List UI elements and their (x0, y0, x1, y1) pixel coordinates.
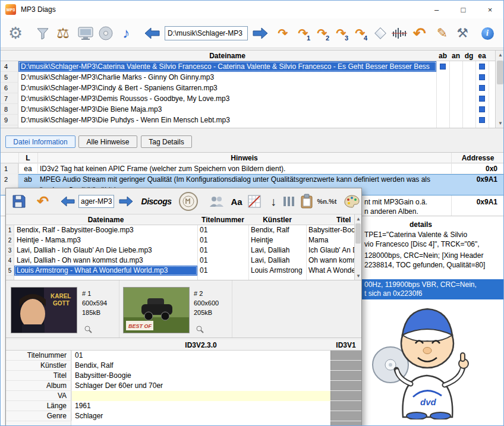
file-row-10[interactable]: 10 D:\musik\Schlager-MP3\Die Wombles - D… (1, 125, 495, 128)
tag-eraser-button[interactable] (370, 23, 390, 43)
scroll-down-icon[interactable]: ▼ (496, 119, 504, 128)
scroll-thumb[interactable] (355, 223, 361, 244)
column-header-titelnummer[interactable]: Titelnummer (197, 214, 248, 225)
scroll-thumb[interactable] (497, 61, 503, 84)
column-header-titel[interactable]: Titel (336, 214, 354, 225)
save-button[interactable] (10, 193, 29, 210)
editor-file-row-4[interactable]: 4 Lavi, Dalliah - Oh wann kommst du.mp3 … (6, 255, 354, 266)
minimize-button[interactable]: – (423, 1, 450, 18)
scroll-down-icon[interactable]: ▼ (355, 272, 361, 280)
tracklist-button[interactable] (279, 193, 298, 210)
tag-value-kuenstler[interactable]: Bendix, Ralf (71, 361, 330, 371)
editor-title[interactable]: What A Wonderful World (306, 266, 354, 276)
editor-file-name[interactable]: Louis Armstrong - What A Wonderful World… (14, 266, 197, 276)
sessions-button[interactable] (75, 23, 96, 43)
discogs-button[interactable]: Discogs (138, 193, 175, 210)
transform-list-4-button[interactable]: ↷4 (350, 23, 370, 43)
editor-file-row-3[interactable]: 3 Lavi, Dalliah - Ich Glaub' An Die Lieb… (6, 245, 354, 255)
editor-artist[interactable]: Bendix, Ralf (248, 225, 306, 235)
editor-file-name[interactable]: Lavi, Dalliah - Oh wann kommst du.mp3 (14, 255, 197, 266)
tag-value-laenge[interactable]: 1961 (71, 401, 330, 411)
file-path[interactable]: D:\musik\Schlager-MP3\Die Biene Maja.mp3 (18, 104, 436, 115)
file-row-4[interactable]: 4 D:\musik\Schlager-MP3\Caterina Valente… (1, 61, 495, 72)
tab-alle-hinweise[interactable]: Alle Hinweise (78, 135, 137, 148)
pattern-button[interactable]: %n.%t (314, 193, 340, 210)
previous-folder-button[interactable] (142, 23, 162, 43)
editor-artist[interactable]: Lavi, Dalliah (248, 255, 306, 266)
transform-list-2-button[interactable]: ↷2 (312, 23, 332, 43)
pattern-remove-button[interactable] (245, 193, 264, 210)
file-path[interactable]: D:\musik\Schlager-MP3\Die Puhdys - Wenn … (18, 115, 436, 125)
tag-editor-button[interactable]: ✎ (432, 23, 452, 43)
normalize-button[interactable] (389, 23, 410, 43)
scroll-up-icon[interactable]: ▲ (496, 51, 504, 59)
artists-button[interactable] (207, 193, 226, 210)
file-row-9[interactable]: 9 D:\musik\Schlager-MP3\Die Puhdys - Wen… (1, 115, 495, 125)
zoom-image-icon[interactable] (196, 326, 204, 334)
editor-title[interactable]: Babysitter-Boogie (306, 225, 354, 235)
tag-value-titelnummer[interactable]: 01 (71, 351, 330, 361)
editor-track[interactable]: 01 (197, 266, 248, 276)
editor-track[interactable]: 01 (197, 235, 248, 245)
selected-detail-row[interactable]: 00Hz, 119900bps VBR, CRC=Nein, t sich an… (360, 279, 504, 299)
file-path[interactable]: D:\musik\Schlager-MP3\Demis Roussos - Go… (18, 93, 436, 104)
file-path[interactable]: D:\musik\Schlager-MP3\Die Wombles - Die … (18, 125, 436, 128)
tag-value-genre[interactable]: Schlager (71, 411, 330, 421)
file-path[interactable]: D:\musik\Schlager-MP3\Charlie Marks - Gi… (18, 72, 436, 83)
tag-value-titel[interactable]: Babysitter-Boogie (71, 371, 330, 381)
file-table-scrollbar[interactable]: ▲ ▼ (495, 51, 504, 128)
column-header-addresse[interactable]: Addresse (451, 153, 504, 163)
file-path[interactable]: D:\musik\Schlager-MP3\Cindy & Bert - Spa… (18, 83, 436, 93)
column-header-dateiname[interactable]: Dateiname (14, 214, 197, 225)
column-header-kuenstler[interactable]: Künstler (248, 214, 306, 225)
tools-button[interactable]: ⚒ (452, 23, 472, 43)
quality-button[interactable]: ⚖ (53, 23, 73, 43)
column-header-id3v1[interactable]: ID3V1 (330, 340, 361, 351)
column-header-an[interactable]: an (449, 51, 462, 61)
album-art-1[interactable]: KAREL GOTT (11, 287, 77, 333)
settings-button[interactable]: ⚙ (5, 23, 26, 43)
album-art-2[interactable]: BEST OF (123, 287, 190, 333)
music-button[interactable]: ♪ (116, 23, 136, 43)
editor-file-row-1[interactable]: 1 Bendix, Ralf - Babysitter-Boogie.mp3 0… (6, 225, 354, 235)
editor-artist[interactable]: Lavi, Dalliah (248, 245, 306, 255)
tag-value-va[interactable] (71, 391, 330, 401)
next-folder-button[interactable] (250, 23, 270, 43)
transform-list-3-button[interactable]: ↷3 (331, 23, 351, 43)
note-text-line-1[interactable]: MPEG Audio Stream mit geringer Qualität … (37, 174, 451, 185)
editor-track[interactable]: 01 (197, 245, 248, 255)
column-header-hinweis[interactable]: Hinweis (37, 153, 451, 163)
undo-button[interactable]: ↶ (410, 23, 430, 43)
column-header-id3v2[interactable]: ID3V2.3.0 (71, 340, 330, 351)
maximize-button[interactable]: □ (450, 1, 477, 18)
editor-next-button[interactable] (116, 193, 136, 210)
file-row-5[interactable]: 5 D:\musik\Schlager-MP3\Charlie Marks - … (1, 72, 495, 83)
scroll-up-icon[interactable]: ▲ (355, 214, 361, 223)
editor-artist[interactable]: Louis Armstrong (248, 266, 306, 276)
file-row-7[interactable]: 7 D:\musik\Schlager-MP3\Demis Roussos - … (1, 93, 495, 104)
column-header-ea[interactable]: ea (475, 51, 489, 61)
editor-previous-button[interactable] (58, 193, 77, 210)
filter-button[interactable] (33, 23, 53, 43)
editor-title[interactable]: Mama (306, 235, 354, 245)
editor-title[interactable]: Ich Glaub' An Die Liebe (306, 245, 354, 255)
palette-button[interactable] (342, 193, 361, 210)
editor-file-name[interactable]: Lavi, Dalliah - Ich Glaub' An Die Liebe.… (14, 245, 197, 255)
column-header-l[interactable]: L (18, 153, 37, 163)
note-row-1[interactable]: 1 ea ID3v2 Tag hat keinen APIC Frame (we… (1, 163, 504, 174)
change-case-button[interactable]: Aa (227, 193, 246, 210)
editor-file-row-5-selected[interactable]: 5 Louis Armstrong - What A Wonderful Wor… (6, 266, 354, 276)
zoom-image-icon[interactable] (84, 326, 93, 334)
editor-track[interactable]: 01 (197, 255, 248, 266)
folder-path-input[interactable] (165, 26, 248, 40)
editor-title[interactable]: Oh wann kommst du (306, 255, 354, 266)
tab-tag-details[interactable]: Tag Details (141, 135, 192, 148)
tag-value-album[interactable]: Schlager Der 60er und 70er (71, 381, 330, 391)
column-header-dateiname[interactable]: Dateiname (18, 51, 436, 61)
editor-file-name[interactable]: Heintje - Mama.mp3 (14, 235, 197, 245)
column-header-ab[interactable]: ab (436, 51, 449, 61)
tab-datei-information[interactable]: Datei Information (5, 135, 75, 148)
column-header-dg[interactable]: dg (462, 51, 475, 61)
editor-table-scrollbar[interactable]: ▲ ▼ (354, 214, 361, 280)
editor-path-input[interactable] (78, 195, 114, 208)
